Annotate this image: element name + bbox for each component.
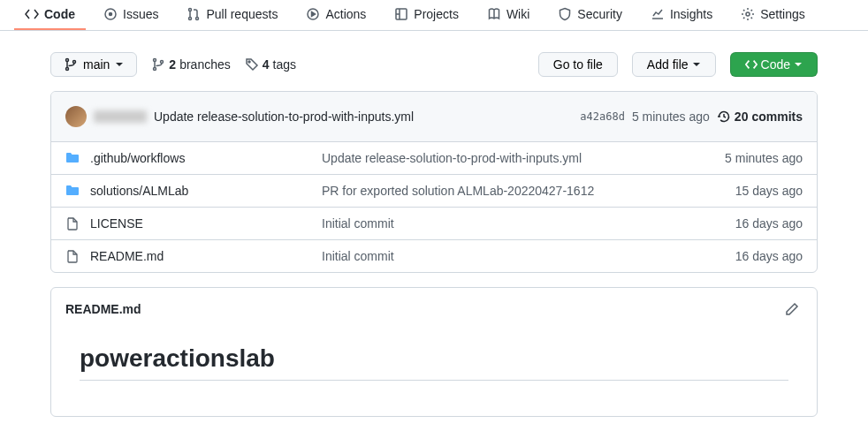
tab-label: Settings (760, 7, 805, 21)
branches-label: branches (179, 57, 231, 72)
chevron-down-icon (115, 60, 124, 69)
shield-icon (558, 7, 572, 21)
readme-body: poweractionslab (51, 330, 817, 416)
branch-icon (151, 57, 165, 72)
svg-point-11 (154, 59, 156, 62)
tags-count: 4 (263, 57, 270, 72)
tab-insights[interactable]: Insights (640, 0, 723, 30)
readme-header: README.md (51, 288, 817, 330)
commits-label: commits (751, 110, 803, 124)
file-time: 16 days ago (735, 249, 803, 263)
table-row: README.md Initial commit 16 days ago (51, 240, 817, 272)
chevron-down-icon (692, 60, 701, 69)
tab-wiki[interactable]: Wiki (476, 0, 540, 30)
tab-label: Insights (670, 7, 712, 21)
file-time: 15 days ago (735, 184, 803, 198)
projects-icon (394, 7, 408, 21)
branch-name: main (83, 57, 110, 72)
edit-readme-button[interactable] (781, 299, 803, 320)
file-commit-msg[interactable]: PR for exported solution ALMLab-20220427… (322, 184, 725, 198)
readme-heading: poweractionslab (80, 344, 788, 381)
file-name-link[interactable]: README.md (90, 249, 311, 263)
repo-content: main 2 branches 4 tags Go to file Add fi… (36, 31, 832, 446)
tab-label: Actions (325, 7, 366, 21)
file-commit-msg[interactable]: Initial commit (322, 216, 725, 231)
tab-security[interactable]: Security (547, 0, 633, 30)
file-icon (65, 249, 80, 263)
readme-box: README.md poweractionslab (50, 287, 818, 417)
file-time: 16 days ago (735, 216, 803, 231)
tags-link[interactable]: 4 tags (245, 57, 296, 72)
table-row: LICENSE Initial commit 16 days ago (51, 208, 817, 240)
tab-label: Code (44, 7, 75, 21)
readme-filename[interactable]: README.md (65, 302, 141, 316)
svg-point-4 (196, 18, 199, 20)
avatar[interactable] (65, 106, 87, 127)
code-download-button[interactable]: Code (730, 52, 818, 77)
file-commit-msg[interactable]: Update release-solution-to-prod-with-inp… (322, 151, 714, 165)
file-name-link[interactable]: solutions/ALMLab (90, 184, 311, 198)
files-box: Update release-solution-to-prod-with-inp… (50, 91, 818, 273)
tab-code[interactable]: Code (14, 0, 86, 30)
tab-issues[interactable]: Issues (93, 0, 169, 30)
latest-commit-bar: Update release-solution-to-prod-with-inp… (51, 92, 817, 142)
author-redacted (94, 110, 147, 123)
svg-point-10 (73, 61, 76, 64)
commit-time[interactable]: 5 minutes ago (632, 110, 710, 124)
tab-settings[interactable]: Settings (730, 0, 816, 30)
file-icon (65, 216, 80, 231)
branch-select-button[interactable]: main (50, 52, 137, 77)
code-icon (25, 7, 39, 21)
svg-point-8 (66, 59, 69, 62)
issues-icon (103, 7, 118, 21)
tab-label: Security (577, 7, 622, 21)
chevron-down-icon (794, 60, 803, 69)
go-to-file-button[interactable]: Go to file (538, 52, 618, 77)
svg-point-2 (189, 9, 192, 11)
commits-count: 20 (735, 110, 749, 124)
tab-pulls[interactable]: Pull requests (176, 0, 288, 30)
commit-sha-link[interactable]: a42a68d (580, 110, 625, 123)
repo-tabs: Code Issues Pull requests Actions Projec… (0, 0, 868, 31)
tab-projects[interactable]: Projects (384, 0, 469, 30)
code-icon (745, 58, 758, 71)
svg-point-9 (66, 68, 69, 71)
gear-icon (741, 7, 755, 21)
file-time: 5 minutes ago (725, 151, 803, 165)
commits-history-link[interactable]: 20 commits (717, 110, 803, 124)
play-icon (306, 7, 320, 21)
file-name-link[interactable]: LICENSE (90, 216, 311, 231)
tab-actions[interactable]: Actions (295, 0, 377, 30)
svg-point-14 (248, 61, 250, 63)
svg-point-13 (161, 61, 164, 64)
commit-message-link[interactable]: Update release-solution-to-prod-with-inp… (154, 110, 414, 124)
tab-label: Wiki (506, 7, 529, 21)
tag-icon (245, 57, 259, 72)
tags-label: tags (273, 57, 296, 72)
add-file-button[interactable]: Add file (632, 52, 716, 77)
file-navigation: main 2 branches 4 tags Go to file Add fi… (50, 52, 818, 77)
branch-icon (64, 57, 78, 72)
table-row: .github/workflows Update release-solutio… (51, 142, 817, 175)
svg-point-1 (110, 13, 112, 16)
folder-icon (65, 151, 80, 165)
branches-link[interactable]: 2 branches (151, 57, 230, 72)
table-row: solutions/ALMLab PR for exported solutio… (51, 175, 817, 208)
svg-point-7 (746, 12, 750, 16)
branches-count: 2 (169, 57, 176, 72)
svg-point-12 (154, 68, 156, 71)
graph-icon (651, 7, 665, 21)
svg-point-3 (189, 18, 192, 20)
pencil-icon (785, 302, 799, 316)
folder-icon (65, 184, 80, 198)
history-icon (717, 110, 731, 124)
file-name-link[interactable]: .github/workflows (90, 151, 311, 165)
tab-label: Issues (123, 7, 158, 21)
tab-label: Projects (414, 7, 459, 21)
file-commit-msg[interactable]: Initial commit (322, 249, 725, 263)
book-icon (487, 7, 501, 21)
pull-request-icon (187, 7, 201, 21)
tab-label: Pull requests (206, 7, 278, 21)
